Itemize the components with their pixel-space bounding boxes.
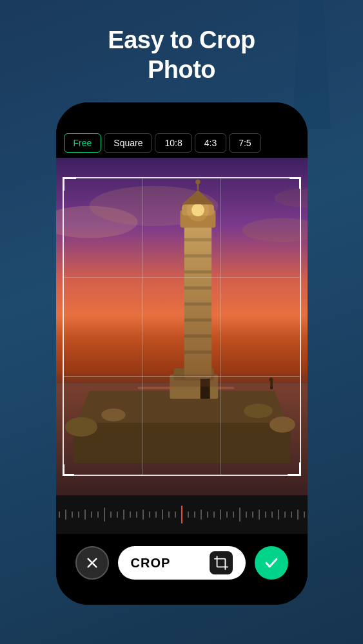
svg-point-32	[195, 180, 200, 184]
svg-point-11	[101, 408, 125, 421]
svg-rect-17	[184, 222, 211, 379]
image-area	[56, 158, 308, 495]
crop-tabs-bar: Free Square 10:8 4:3 7:5	[56, 128, 308, 158]
action-bar: CROP	[56, 534, 308, 592]
svg-rect-22	[184, 303, 211, 306]
svg-rect-24	[184, 335, 211, 338]
svg-point-12	[244, 404, 273, 418]
svg-rect-38	[217, 559, 225, 567]
svg-rect-19	[184, 254, 211, 258]
svg-point-10	[65, 417, 97, 437]
tab-free[interactable]: Free	[64, 133, 102, 153]
tab-square[interactable]: Square	[104, 133, 152, 153]
svg-rect-9	[73, 423, 290, 463]
confirm-button[interactable]	[255, 546, 288, 580]
svg-rect-35	[56, 375, 308, 387]
tab-7-5[interactable]: 7:5	[229, 133, 260, 153]
svg-rect-20	[184, 270, 211, 274]
phone-frame: Free Square 10:8 4:3 7:5	[56, 102, 308, 605]
cancel-button[interactable]	[75, 546, 109, 580]
phone-bottom-bar	[56, 592, 308, 605]
svg-point-13	[269, 417, 295, 433]
crop-label-text: CROP	[131, 556, 171, 571]
tab-4-3[interactable]: 4:3	[195, 133, 226, 153]
phone-top-bar	[56, 102, 308, 128]
crop-icon-box[interactable]	[210, 551, 233, 574]
page-title: Easy to Crop Photo	[108, 26, 255, 84]
svg-rect-21	[184, 287, 211, 290]
svg-rect-25	[184, 351, 211, 354]
rotation-ruler[interactable]	[56, 495, 308, 534]
crop-label-pill: CROP	[118, 546, 246, 580]
svg-rect-18	[184, 238, 211, 242]
tab-10-8[interactable]: 10:8	[155, 133, 191, 153]
svg-rect-23	[184, 319, 211, 322]
lighthouse-image	[56, 158, 308, 495]
